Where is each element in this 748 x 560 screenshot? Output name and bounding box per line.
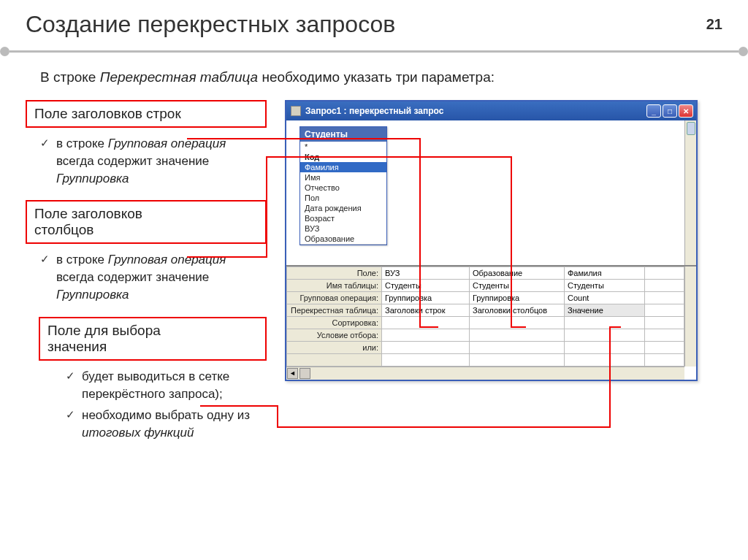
query-window: Запрос1 : перекрестный запрос _ □ ✕ Студ… xyxy=(285,100,698,381)
cell-op-2[interactable]: Группировка xyxy=(470,292,565,304)
cell-empty[interactable] xyxy=(645,267,684,280)
titlebar[interactable]: Запрос1 : перекрестный запрос _ □ ✕ xyxy=(286,101,696,120)
cell-empty[interactable] xyxy=(470,329,565,342)
cell-table-1[interactable]: Студенты xyxy=(382,280,470,292)
cell-empty[interactable] xyxy=(645,304,684,317)
bullet-group-op-2: в строке Групповая операция всегда содер… xyxy=(40,251,267,303)
t: Поле заголовков xyxy=(34,206,142,221)
cell-empty[interactable] xyxy=(565,342,645,354)
intro-italic: Перекрестная таблица xyxy=(100,69,259,85)
slide-title: Создание перекрестных запросов xyxy=(26,11,395,38)
cell-empty[interactable] xyxy=(470,354,565,367)
field-birthdate[interactable]: Дата рождения xyxy=(300,203,386,213)
t: в строке xyxy=(56,137,108,150)
t: Группировка xyxy=(56,172,129,185)
bullet-group-op-1: в строке Групповая операция всегда содер… xyxy=(40,135,267,187)
t: Групповая операция xyxy=(108,253,226,266)
cell-cross-1[interactable]: Заголовки строк xyxy=(382,304,470,317)
cell-table-3[interactable]: Студенты xyxy=(565,280,645,292)
lbl-field: Поле: xyxy=(287,267,382,280)
left-column: Поле заголовков строк в строке Групповая… xyxy=(26,100,267,455)
t: Групповая операция xyxy=(108,137,226,150)
scroll-left-icon[interactable]: ◄ xyxy=(287,368,298,379)
t: столбцов xyxy=(34,222,94,237)
cell-empty[interactable] xyxy=(470,342,565,354)
page-number: 21 xyxy=(706,16,722,33)
field-vuz[interactable]: ВУЗ xyxy=(300,223,386,234)
window-title: Запрос1 : перекрестный запрос xyxy=(305,106,443,116)
cell-empty[interactable] xyxy=(382,354,470,367)
field-imya[interactable]: Имя xyxy=(300,172,386,183)
cell-empty[interactable] xyxy=(645,292,684,304)
field-age[interactable]: Возраст xyxy=(300,213,386,223)
lbl-or: или: xyxy=(287,342,382,354)
maximize-button[interactable]: □ xyxy=(663,104,677,118)
scroll-thumb[interactable] xyxy=(299,368,310,379)
cell-empty[interactable] xyxy=(645,280,684,292)
cell-empty[interactable] xyxy=(565,329,645,342)
cell-empty[interactable] xyxy=(470,317,565,329)
table-card[interactable]: Студенты * Код Фамилия Имя Отчество Пол … xyxy=(299,126,387,245)
cell-empty[interactable] xyxy=(645,329,684,342)
intro-text: В строке Перекрестная таблица необходимо… xyxy=(40,69,722,85)
lower-scrollbar-v[interactable] xyxy=(684,266,696,367)
cell-op-3[interactable]: Count xyxy=(565,292,645,304)
cell-field-1[interactable]: ВУЗ xyxy=(382,267,470,280)
lbl-sort: Сортировка: xyxy=(287,317,382,329)
cell-op-1[interactable]: Группировка xyxy=(382,292,470,304)
upper-scrollbar-v[interactable] xyxy=(684,120,696,265)
design-grid[interactable]: Поле: ВУЗ Образование Фамилия Имя таблиц… xyxy=(286,266,696,380)
t: необходимо выбрать одну из xyxy=(82,408,250,422)
lbl-crosstab: Перекрестная таблица: xyxy=(287,304,382,317)
intro-pre: В строке xyxy=(40,69,100,85)
t: в строке xyxy=(56,253,108,266)
lbl-groupop: Групповая операция: xyxy=(287,292,382,304)
intro-post: необходимо указать три параметра: xyxy=(258,69,495,85)
bullet-output: будет выводиться в сетке перекрёстного з… xyxy=(66,368,267,403)
cell-empty[interactable] xyxy=(382,317,470,329)
cell-empty[interactable] xyxy=(565,317,645,329)
cell-empty[interactable] xyxy=(645,317,684,329)
callout-col-headers: Поле заголовков столбцов xyxy=(26,200,267,244)
field-familiya[interactable]: Фамилия xyxy=(300,162,386,172)
field-education[interactable]: Образование xyxy=(300,234,386,245)
minimize-button[interactable]: _ xyxy=(646,104,661,118)
cell-table-2[interactable]: Студенты xyxy=(470,280,565,292)
callout-row-headers: Поле заголовков строк xyxy=(26,100,267,128)
window-icon xyxy=(291,106,301,116)
cell-cross-3[interactable]: Значение xyxy=(565,304,645,317)
t: всегда содержит значение xyxy=(56,270,209,284)
cell-empty[interactable] xyxy=(645,354,684,367)
cell-field-2[interactable]: Образование xyxy=(470,267,565,280)
t: Группировка xyxy=(56,288,129,302)
field-star[interactable]: * xyxy=(300,142,386,152)
cell-empty[interactable] xyxy=(382,329,470,342)
field-pol[interactable]: Пол xyxy=(300,193,386,203)
lbl-table: Имя таблицы: xyxy=(287,280,382,292)
lower-scrollbar-h[interactable]: ◄ xyxy=(286,367,684,380)
bullet-agg-func: необходимо выбрать одну из итоговых функ… xyxy=(66,407,267,442)
t: итоговых функций xyxy=(82,426,194,440)
field-otchestvo[interactable]: Отчество xyxy=(300,183,386,193)
divider xyxy=(0,44,748,58)
t: Поле для выбора xyxy=(47,323,161,338)
cell-empty[interactable] xyxy=(382,342,470,354)
t: значения xyxy=(47,339,107,354)
lbl-blank xyxy=(287,354,382,367)
table-pane[interactable]: Студенты * Код Фамилия Имя Отчество Пол … xyxy=(286,120,696,266)
cell-field-3[interactable]: Фамилия xyxy=(565,267,645,280)
t: всегда содержит значение xyxy=(56,154,209,168)
callout-value-field: Поле для выбора значения xyxy=(39,317,267,361)
close-button[interactable]: ✕ xyxy=(679,104,693,118)
cell-empty[interactable] xyxy=(565,354,645,367)
cell-empty[interactable] xyxy=(645,342,684,354)
table-card-title: Студенты xyxy=(300,127,386,142)
cell-cross-2[interactable]: Заголовки столбцов xyxy=(470,304,565,317)
field-kod[interactable]: Код xyxy=(300,152,386,162)
lbl-criteria: Условие отбора: xyxy=(287,329,382,342)
